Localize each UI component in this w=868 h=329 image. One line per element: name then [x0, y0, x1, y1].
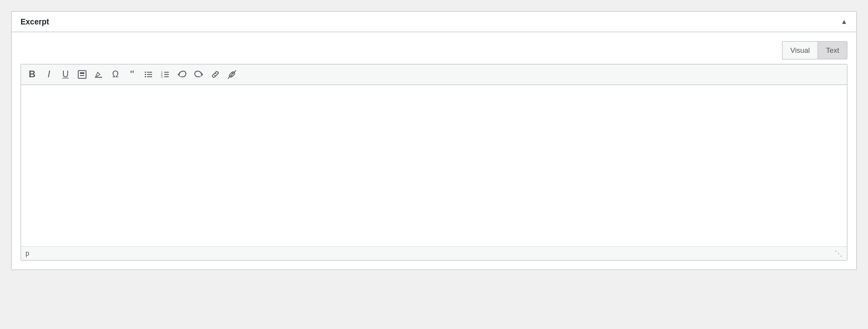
eraser-icon [94, 69, 104, 79]
excerpt-body: Visual Text B I U [12, 32, 856, 270]
unlink-button[interactable] [224, 67, 240, 82]
undo-icon [177, 69, 187, 79]
excerpt-header[interactable]: Excerpt ▲ [12, 12, 856, 32]
svg-point-4 [145, 72, 146, 73]
omega-button[interactable]: Ω [108, 67, 123, 82]
redo-icon [194, 69, 204, 79]
editor-footer: p ⋱ [21, 246, 847, 260]
unlink-icon [226, 69, 238, 80]
tab-text[interactable]: Text [817, 41, 847, 59]
footer-tag: p [26, 250, 29, 257]
unordered-list-button[interactable] [141, 67, 157, 82]
blockquote-button[interactable]: " [124, 67, 140, 82]
svg-rect-0 [78, 71, 86, 78]
eraser-button[interactable] [91, 67, 107, 82]
svg-rect-1 [80, 72, 84, 74]
underline-icon: U [62, 69, 69, 79]
link-button[interactable] [208, 67, 223, 82]
editor-area[interactable] [21, 85, 847, 246]
ordered-list-button[interactable]: 1 2 3 [158, 67, 173, 82]
editor-container: B I U Ω [21, 64, 847, 261]
unordered-list-icon [144, 69, 154, 79]
undo-button[interactable] [174, 67, 190, 82]
svg-point-6 [145, 76, 146, 77]
toolbar-icon [77, 69, 87, 79]
tab-visual[interactable]: Visual [782, 41, 817, 59]
redo-button[interactable] [191, 67, 206, 82]
link-icon [210, 69, 220, 79]
italic-button[interactable]: I [41, 67, 57, 82]
svg-text:3: 3 [161, 75, 163, 78]
bold-button[interactable]: B [24, 67, 40, 82]
svg-point-5 [145, 74, 146, 75]
tab-row: Visual Text [21, 41, 847, 59]
excerpt-title: Excerpt [21, 17, 49, 26]
collapse-icon: ▲ [841, 18, 847, 26]
toolbar-icon-button[interactable] [74, 67, 90, 82]
toolbar: B I U Ω [21, 64, 847, 85]
resize-handle[interactable]: ⋱ [835, 249, 842, 258]
blockquote-icon: " [130, 69, 134, 80]
underline-button[interactable]: U [58, 67, 73, 82]
excerpt-panel: Excerpt ▲ Visual Text B I U [11, 11, 857, 270]
svg-rect-2 [80, 75, 84, 76]
ordered-list-icon: 1 2 3 [160, 69, 170, 79]
